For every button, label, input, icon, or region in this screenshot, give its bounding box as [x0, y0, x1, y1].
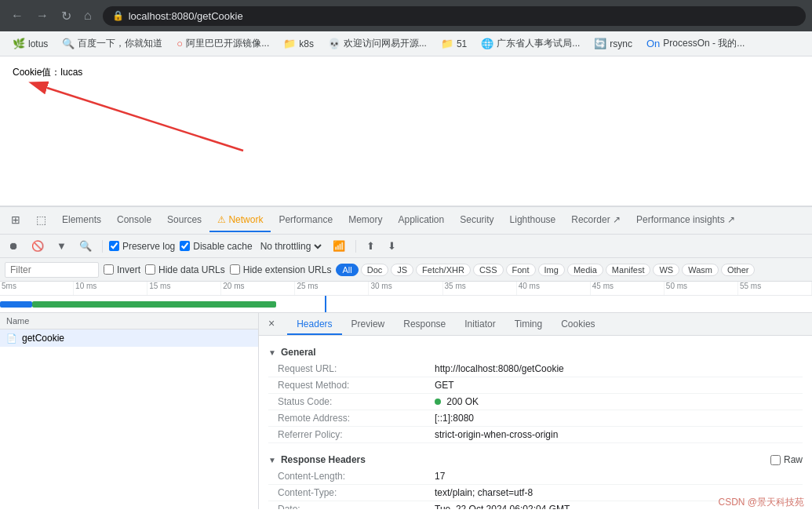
raw-checkbox[interactable]: Raw [770, 454, 803, 465]
bookmark-processon[interactable]: On ProcessOn - 我的... [640, 35, 751, 53]
date-value: Tue, 22 Oct 2024 06:02:04 GMT [435, 504, 570, 509]
bookmark-label: ProcessOn - 我的... [663, 37, 745, 50]
hide-data-urls-label: Hide data URLs [158, 264, 225, 275]
url-label: Request URL: [278, 363, 435, 374]
filter-button[interactable]: ▼ [53, 238, 71, 254]
detail-row-url: Request URL: http://localhost:8080/getCo… [268, 361, 803, 377]
wifi-button[interactable]: 📶 [329, 238, 349, 254]
status-text: 200 OK [446, 396, 479, 407]
general-section-header[interactable]: ▼ General [268, 342, 803, 361]
import-button[interactable]: ⬆ [362, 238, 379, 254]
tab-security[interactable]: Security [452, 209, 501, 232]
method-value: GET [435, 380, 454, 391]
tab-application[interactable]: Application [390, 209, 452, 232]
search-button[interactable]: 🔍 [75, 238, 96, 254]
triangle-icon: ▼ [268, 348, 276, 357]
tab-console[interactable]: Console [109, 209, 159, 232]
clear-button[interactable]: 🚫 [27, 238, 48, 254]
filter-tag-manifest[interactable]: Manifest [606, 264, 651, 276]
filter-tag-ws[interactable]: WS [653, 264, 679, 276]
hide-extension-checkbox[interactable]: Hide extension URLs [230, 264, 332, 275]
tab-memory[interactable]: Memory [340, 209, 390, 232]
tab-elements[interactable]: Elements [54, 209, 109, 232]
bookmark-wangyi[interactable]: 💀 欢迎访问网易开源... [322, 35, 433, 53]
hide-extension-input[interactable] [230, 264, 240, 275]
bookmark-label: 百度一下，你就知道 [78, 37, 162, 50]
detail-tab-response[interactable]: Response [394, 315, 455, 335]
bookmark-baidu[interactable]: 🔍 百度一下，你就知道 [56, 35, 169, 53]
detail-tab-preview[interactable]: Preview [342, 315, 395, 335]
tab-network[interactable]: ⚠ Network [209, 209, 271, 232]
back-button[interactable]: ← [6, 5, 28, 26]
raw-input[interactable] [770, 455, 781, 465]
bookmark-label: 广东省人事考试局... [497, 37, 580, 50]
filter-tags: All Doc JS Fetch/XHR CSS Font Img Media … [336, 264, 755, 276]
filter-tag-js[interactable]: JS [391, 264, 413, 276]
detail-tab-timing[interactable]: Timing [505, 315, 552, 335]
tab-performance[interactable]: Performance [271, 209, 340, 232]
detail-tab-initiator[interactable]: Initiator [455, 315, 504, 335]
timeline-mark-20: 20 ms [221, 282, 295, 295]
timeline-mark-35: 35 ms [443, 282, 517, 295]
devtools-icons[interactable]: ⊞ [3, 208, 28, 233]
timeline-bar-request [32, 301, 276, 308]
address-bar[interactable]: 🔒 localhost:8080/getCookie [103, 6, 806, 26]
tab-lighthouse[interactable]: Lighthouse [502, 209, 564, 232]
file-icon: 📄 [6, 333, 17, 344]
home-button[interactable]: ⌂ [79, 5, 96, 26]
detail-tab-headers[interactable]: Headers [287, 315, 341, 335]
record-stop-button[interactable]: ⏺ [5, 238, 23, 254]
refresh-button[interactable]: ↻ [56, 5, 76, 27]
bookmark-k8s[interactable]: 📁 k8s [277, 35, 320, 52]
filter-tag-fetch[interactable]: Fetch/XHR [416, 264, 471, 276]
hide-data-urls-checkbox[interactable]: Hide data URLs [145, 264, 225, 275]
disable-cache-input[interactable] [180, 241, 190, 251]
hide-data-urls-input[interactable] [145, 264, 155, 275]
preserve-log-checkbox[interactable]: Preserve log [109, 241, 175, 252]
file-list-header: Name [0, 313, 258, 329]
filter-tag-other[interactable]: Other [721, 264, 756, 276]
filter-tag-css[interactable]: CSS [473, 264, 504, 276]
timeline-mark-15: 15 ms [147, 282, 221, 295]
filter-tag-font[interactable]: Font [506, 264, 536, 276]
bookmark-guangdong[interactable]: 🌐 广东省人事考试局... [475, 35, 586, 53]
url-text: localhost:8080/getCookie [129, 10, 243, 22]
timeline-mark-10: 10 ms [74, 282, 147, 295]
bookmark-label: k8s [299, 38, 314, 49]
disable-cache-checkbox[interactable]: Disable cache [180, 241, 252, 252]
response-headers-section[interactable]: ▼ Response Headers Raw [268, 450, 803, 468]
tab-sources[interactable]: Sources [159, 209, 209, 232]
bookmark-icon: 🌿 [13, 38, 25, 49]
preserve-log-input[interactable] [109, 241, 119, 251]
file-item-getcookie[interactable]: 📄 getCookie [0, 329, 258, 347]
page-content: Cookie值：lucas [0, 56, 812, 206]
filter-tag-media[interactable]: Media [567, 264, 603, 276]
detail-close-button[interactable]: × [259, 313, 284, 335]
filter-tag-doc[interactable]: Doc [361, 264, 389, 276]
invert-input[interactable] [104, 264, 114, 275]
devtools-inspect[interactable]: ⬚ [28, 208, 54, 233]
bookmark-icon: 🌐 [481, 38, 493, 49]
invert-checkbox[interactable]: Invert [104, 264, 140, 275]
tab-perf-insights[interactable]: Performance insights ↗ [628, 209, 743, 232]
bookmark-rsync[interactable]: 🔄 rsync [588, 35, 639, 52]
bookmark-51[interactable]: 📁 51 [435, 35, 473, 52]
status-dot [435, 399, 441, 405]
tab-recorder[interactable]: Recorder ↗ [563, 209, 628, 232]
throttle-select[interactable]: No throttling Fast 3G Slow 3G [257, 240, 324, 253]
export-button[interactable]: ⬇ [384, 238, 400, 254]
filter-input[interactable] [5, 262, 99, 278]
bookmarks-bar: 🌿 lotus 🔍 百度一下，你就知道 ○ 阿里巴巴开源镜像... 📁 k8s … [0, 31, 812, 56]
bookmark-alibaba[interactable]: ○ 阿里巴巴开源镜像... [170, 35, 275, 53]
devtools-filter-row: Invert Hide data URLs Hide extension URL… [0, 258, 812, 282]
bookmark-lotus[interactable]: 🌿 lotus [6, 35, 54, 52]
watermark: CSDN @景天科技苑 [718, 496, 804, 509]
file-list: Name 📄 getCookie [0, 313, 259, 509]
forward-button[interactable]: → [31, 5, 53, 26]
timeline-mark-55: 55 ms [738, 282, 812, 295]
detail-tab-cookies[interactable]: Cookies [552, 315, 604, 335]
filter-tag-wasm[interactable]: Wasm [682, 264, 719, 276]
timeline-cursor [325, 296, 326, 313]
filter-tag-img[interactable]: Img [538, 264, 565, 276]
filter-tag-all[interactable]: All [336, 264, 358, 276]
